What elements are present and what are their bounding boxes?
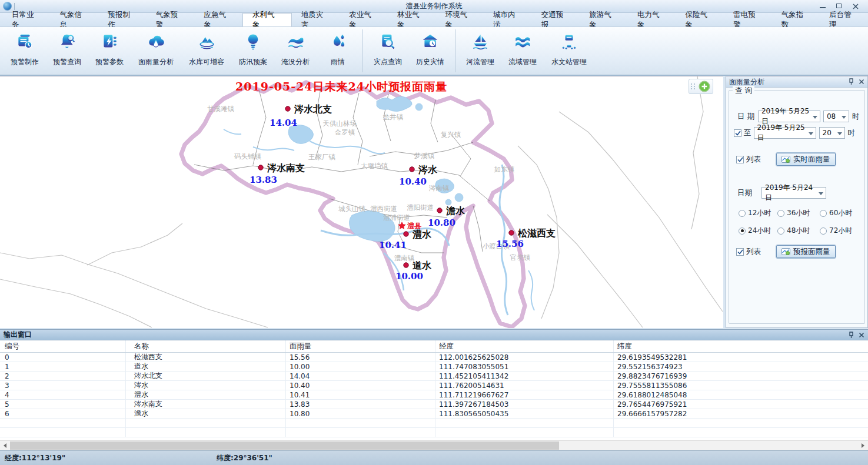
menu-item-3[interactable]: 预报制作 (98, 13, 147, 26)
table-row[interactable]: 3涔水10.40111.7620051463129.7555811355086 (0, 381, 868, 390)
column-header[interactable]: 经度 (435, 340, 614, 352)
table-row[interactable]: 2涔水北支14.04111.45210541134229.88234767169… (0, 372, 868, 381)
pin-icon[interactable] (849, 78, 854, 85)
realtime-list-checkbox[interactable] (736, 156, 744, 163)
menu-item-18[interactable]: 后台管理 (820, 13, 868, 26)
realtime-to-date-select[interactable]: 2019年 5月25日 (754, 127, 816, 139)
radio-icon (820, 228, 827, 235)
duration-radio-72小时[interactable]: 72小时 (820, 226, 861, 236)
add-layer-button[interactable] (698, 80, 711, 93)
realtime-to-hour-select[interactable]: 20 (819, 127, 845, 139)
close-button[interactable] (852, 3, 860, 10)
county-seat-label: 澧县 (407, 222, 421, 230)
table-cell: 澧水 (126, 390, 286, 399)
alert-params-icon (100, 32, 119, 53)
toolbar-separator (363, 29, 363, 72)
toolbar-button-basin-manage[interactable]: 流域管理 (501, 27, 544, 75)
toolbar-button-alert-compose[interactable]: 预警制作 (4, 27, 46, 75)
menu-item-4[interactable]: 气象预警 (147, 13, 195, 26)
menu-item-11[interactable]: 城市内涝 (484, 13, 532, 26)
table-cell (0, 428, 126, 437)
station-value: 14.04 (270, 118, 297, 128)
scroll-right-button[interactable] (858, 441, 868, 450)
table-cell: 涔水北支 (126, 372, 286, 380)
menu-item-1[interactable]: 日常业务 (2, 13, 51, 26)
table-row[interactable]: 1道水10.00111.74708305505129.552156374923 (0, 362, 868, 372)
station-marker[interactable]: 涔水南支13.83 (250, 162, 305, 185)
toolbar-button-flood-plan[interactable]: 防汛预案 (232, 27, 274, 75)
output-header: 输出窗口 (0, 330, 868, 340)
forecast-rainfall-button[interactable]: 预报面雨量 (776, 245, 836, 258)
column-header[interactable]: 面雨量 (286, 340, 435, 352)
menu-item-12[interactable]: 交通预报 (532, 13, 580, 26)
duration-radio-48小时[interactable]: 48小时 (777, 226, 820, 236)
drag-grip-icon[interactable] (691, 83, 696, 89)
realtime-date-select[interactable]: 2019年 5月25日 (758, 111, 820, 122)
groupbox-legend: 查 询 (733, 86, 754, 96)
station-name: 涔水 (418, 164, 438, 175)
table-cell: 涔水 (126, 381, 286, 390)
table-header-row: 编号名称面雨量经度纬度 (0, 340, 868, 353)
toolbar-button-hydrostation[interactable]: 水文站管理 (544, 27, 594, 75)
duration-radio-60小时[interactable]: 60小时 (820, 208, 861, 218)
close-panel-icon[interactable] (859, 79, 864, 85)
toolbar-button-alert-search[interactable]: 预警查询 (46, 27, 88, 75)
toolbar-button-rain[interactable]: 雨情 (317, 27, 359, 75)
table-row[interactable]: 6澹水10.80111.83056505043529.6666157957282 (0, 409, 868, 419)
date-label: 日 期 (737, 112, 754, 122)
menu-item-6[interactable]: 水利气象 (242, 13, 292, 26)
table-cell: 澹水 (126, 409, 286, 418)
menu-item-7[interactable]: 地质灾害 (292, 13, 340, 26)
toolbar-button-disaster-history[interactable]: 历史灾情 (409, 27, 451, 75)
map-canvas[interactable]: 甘溪滩镇盐井镇天供山林场金罗镇复兴镇码头铺镇王家厂镇梦溪镇大堰垱镇如东镇涔南镇城… (0, 76, 723, 328)
to-checkbox[interactable] (734, 129, 741, 137)
toolbar-button-area-rainfall[interactable]: 面雨量分析 (131, 27, 181, 75)
forecast-list-checkbox[interactable] (736, 248, 744, 256)
duration-radio-24小时[interactable]: 24小时 (739, 226, 777, 236)
toolbar-button-disaster-search[interactable]: 灾点查询 (367, 27, 409, 75)
town-label: 城头山镇 (338, 205, 366, 213)
duration-radio-12小时[interactable]: 12小时 (739, 208, 777, 218)
scrollbar-thumb[interactable] (10, 441, 559, 450)
menu-item-13[interactable]: 旅游气象 (580, 13, 628, 26)
station-marker[interactable]: 道水10.00 (395, 260, 432, 282)
menu-item-17[interactable]: 气象指数 (772, 13, 820, 26)
rain-icon (328, 32, 347, 53)
menu-item-14[interactable]: 电力气象 (628, 13, 676, 26)
column-header[interactable]: 编号 (0, 340, 126, 352)
table-row[interactable]: 4澧水10.41111.71121966762729.6188012485048 (0, 390, 868, 400)
table-cell (126, 419, 286, 427)
town-label: 澧南镇 (394, 254, 415, 262)
realtime-rainfall-button[interactable]: 实时面雨量 (776, 153, 836, 166)
table-row[interactable]: 0松滋西支15.56112.00162562502829.61935495322… (0, 353, 868, 362)
horizontal-scrollbar[interactable] (0, 440, 868, 450)
column-header[interactable]: 名称 (126, 340, 286, 352)
station-value: 15.56 (496, 239, 524, 249)
toolbar-button-reservoir-capacity[interactable]: 水库可增容 (181, 27, 232, 75)
table-row[interactable]: 5涔水南支13.83111.39726718450329.76544769759… (0, 400, 868, 409)
minimize-button[interactable] (819, 3, 827, 10)
table-cell: 112.001625625028 (435, 353, 614, 362)
menu-item-9[interactable]: 林业气象 (388, 13, 436, 26)
menu-item-2[interactable]: 气象信息 (51, 13, 99, 26)
toolbar-button-alert-params[interactable]: 预警参数 (88, 27, 131, 75)
menu-item-5[interactable]: 应急气象 (194, 13, 242, 26)
pin-icon[interactable] (849, 332, 854, 339)
maximize-button[interactable] (835, 3, 843, 10)
toolbar-button-river-manage[interactable]: 河流管理 (459, 27, 501, 75)
alert-search-icon (58, 32, 77, 53)
realtime-hour-select[interactable]: 08 (823, 111, 849, 122)
forecast-date-select[interactable]: 2019年 5月24日 (761, 187, 826, 199)
toolbar-button-inundation[interactable]: 淹没分析 (274, 27, 317, 75)
menu-item-16[interactable]: 雷电预警 (724, 13, 772, 26)
column-header[interactable]: 纬度 (614, 340, 868, 352)
menu-item-8[interactable]: 农业气象 (340, 13, 388, 26)
toolbar-button-label: 预警参数 (95, 57, 124, 67)
toolbar-button-label: 预警查询 (53, 57, 81, 67)
close-output-icon[interactable] (859, 332, 864, 338)
menu-item-15[interactable]: 保险气象 (676, 13, 724, 26)
scroll-left-button[interactable] (0, 441, 10, 450)
table-cell: 10.40 (286, 381, 435, 390)
duration-radio-36小时[interactable]: 36小时 (777, 208, 820, 218)
menu-item-10[interactable]: 环境气象 (435, 13, 484, 26)
